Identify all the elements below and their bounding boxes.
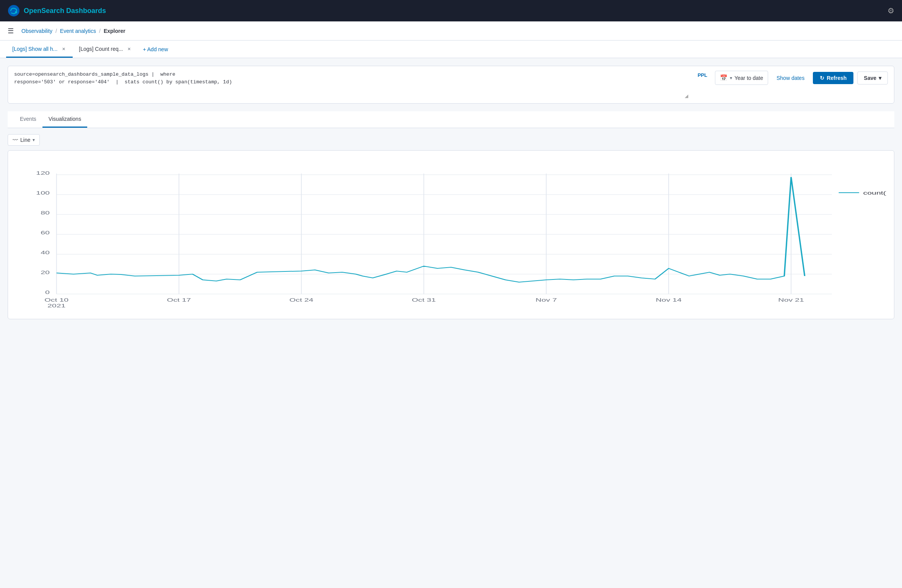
svg-text:Oct 31: Oct 31: [412, 297, 436, 303]
tab-logs-count-req-close[interactable]: ✕: [126, 46, 132, 52]
chart-controls: 〰 Line ▾: [8, 134, 894, 146]
add-new-tab-button[interactable]: + Add new: [138, 41, 173, 58]
tab-logs-show-all-label: [Logs] Show all h...: [12, 46, 57, 52]
line-chart-icon: 〰: [13, 137, 18, 143]
year-to-date-label: Year to date: [734, 75, 763, 81]
query-input[interactable]: source=opensearch_dashboards_sample_data…: [14, 71, 690, 97]
query-controls: 📅 ▾ Year to date Show dates ↻ Refresh Sa…: [715, 71, 888, 85]
svg-text:Oct 24: Oct 24: [289, 297, 313, 303]
calendar-icon: 📅: [720, 74, 728, 81]
svg-text:Nov 7: Nov 7: [536, 297, 557, 303]
svg-text:60: 60: [41, 230, 50, 236]
logo-area: OpenSearch Dashboards: [8, 5, 106, 17]
top-nav: OpenSearch Dashboards ⚙: [0, 0, 902, 21]
svg-text:0: 0: [45, 290, 50, 295]
breadcrumb-explorer: Explorer: [104, 28, 125, 34]
svg-text:80: 80: [41, 210, 50, 216]
refresh-icon: ↻: [820, 75, 824, 81]
svg-text:100: 100: [36, 190, 50, 196]
breadcrumb-bar: ☰ Observability / Event analytics / Expl…: [0, 21, 902, 41]
svg-text:Oct 10: Oct 10: [44, 297, 68, 303]
breadcrumb-observability[interactable]: Observability: [21, 28, 52, 34]
refresh-label: Refresh: [827, 75, 847, 81]
svg-text:Oct 17: Oct 17: [167, 297, 191, 303]
line-chart-path: [57, 177, 805, 282]
svg-text:40: 40: [41, 250, 50, 255]
svg-text:Nov 21: Nov 21: [778, 297, 804, 303]
chart-type-label: Line: [20, 137, 30, 143]
svg-point-1: [15, 11, 17, 13]
calendar-chevron-icon: ▾: [730, 75, 732, 81]
save-label: Save: [864, 75, 876, 81]
svg-text:120: 120: [36, 171, 50, 176]
tab-events[interactable]: Events: [14, 111, 42, 128]
logo-text: OpenSearch Dashboards: [24, 7, 106, 15]
tab-logs-show-all-close[interactable]: ✕: [60, 46, 67, 52]
main-content: source=opensearch_dashboards_sample_data…: [0, 58, 902, 588]
query-bar: source=opensearch_dashboards_sample_data…: [8, 66, 894, 104]
save-button[interactable]: Save ▾: [857, 71, 888, 84]
chart-type-selector[interactable]: 〰 Line ▾: [8, 134, 40, 146]
save-chevron-icon: ▾: [879, 75, 881, 81]
svg-text:20: 20: [41, 270, 50, 275]
query-input-area: source=opensearch_dashboards_sample_data…: [14, 71, 690, 99]
legend-label: count(): [863, 190, 886, 196]
tabs-row: [Logs] Show all h... ✕ [Logs] Count req.…: [0, 41, 902, 58]
show-dates-button[interactable]: Show dates: [772, 72, 809, 84]
opensearch-logo-icon: [8, 5, 20, 17]
breadcrumb-sep-1: /: [55, 28, 57, 34]
breadcrumb-sep-2: /: [99, 28, 101, 34]
settings-icon[interactable]: ⚙: [887, 6, 894, 15]
tab-logs-count-req-label: [Logs] Count req...: [79, 46, 123, 52]
date-range-button[interactable]: 📅 ▾ Year to date: [715, 71, 768, 85]
hamburger-menu-icon[interactable]: ☰: [8, 27, 14, 35]
refresh-button[interactable]: ↻ Refresh: [813, 72, 853, 84]
query-resize-handle[interactable]: ◢: [685, 93, 689, 98]
tab-logs-show-all[interactable]: [Logs] Show all h... ✕: [6, 41, 73, 58]
chart-container: 0 20 40 60 80 100 120: [8, 150, 894, 319]
svg-text:Nov 14: Nov 14: [656, 297, 682, 303]
chart-type-chevron-icon: ▾: [33, 137, 35, 143]
tab-visualizations[interactable]: Visualizations: [42, 111, 87, 128]
chart-svg-wrapper: 0 20 40 60 80 100 120: [16, 158, 886, 311]
inner-tabs: Events Visualizations: [8, 111, 894, 128]
svg-point-0: [8, 5, 20, 16]
line-chart-svg: 0 20 40 60 80 100 120: [16, 158, 886, 311]
svg-text:2021: 2021: [47, 303, 65, 309]
breadcrumb-event-analytics[interactable]: Event analytics: [60, 28, 96, 34]
ppl-badge[interactable]: PPL: [695, 71, 710, 80]
tab-logs-count-req[interactable]: [Logs] Count req... ✕: [73, 41, 138, 58]
